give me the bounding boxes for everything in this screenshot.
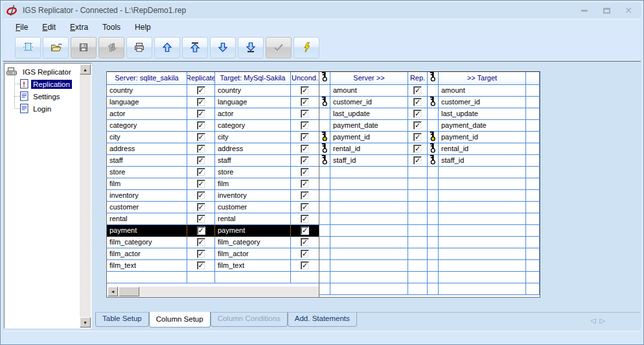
uncond-checkbox[interactable]: ✓: [301, 98, 309, 106]
tree-item-login[interactable]: Login: [12, 102, 78, 115]
empty-cell: [526, 213, 540, 225]
tab-column-setup[interactable]: Column Setup: [149, 312, 211, 327]
column-row-payment-id[interactable]: payment_id✓payment_id: [319, 132, 540, 143]
target-key-cell: [428, 85, 439, 97]
column-row-last-update[interactable]: last_update✓last_update: [319, 108, 540, 120]
uncond-checkbox[interactable]: ✓: [301, 261, 309, 270]
rep-checkbox[interactable]: ✓: [413, 121, 422, 130]
foreign-key-icon: [321, 143, 328, 155]
replicate-checkbox[interactable]: ✓: [197, 133, 205, 141]
uncond-checkbox[interactable]: ✓: [301, 156, 309, 165]
new-document-button[interactable]: [15, 37, 41, 58]
column-header-target-mysql-sakila[interactable]: Target: MySql-Sakila: [215, 72, 291, 85]
scroll-down-button[interactable]: ▼: [80, 317, 91, 327]
tree-item-settings[interactable]: Settings: [12, 90, 78, 102]
maximize-button[interactable]: [601, 5, 612, 16]
uncond-checkbox[interactable]: ✓: [301, 215, 309, 223]
replicate-checkbox[interactable]: ✓: [197, 215, 205, 223]
column-header-uncond-[interactable]: Uncond.: [291, 72, 319, 85]
column-row-staff-id[interactable]: staff_id✓staff_id: [319, 155, 540, 167]
menu-item-edit[interactable]: Edit: [35, 20, 63, 34]
key-column-header[interactable]: [428, 72, 439, 85]
empty-cell: [319, 167, 330, 178]
replicate-checkbox[interactable]: ✓: [197, 110, 205, 118]
empty-cell: [319, 213, 330, 225]
tree-item-replication[interactable]: !Replication: [12, 78, 78, 90]
scrollbar-thumb[interactable]: [119, 287, 139, 296]
uncond-checkbox[interactable]: ✓: [301, 121, 309, 130]
uncond-checkbox[interactable]: ✓: [301, 86, 309, 95]
rep-checkbox[interactable]: ✓: [413, 110, 422, 118]
primary-key-icon: [429, 132, 437, 143]
menu-item-tools[interactable]: Tools: [95, 20, 128, 34]
arrow-down-last-button[interactable]: [238, 37, 264, 58]
replicate-checkbox[interactable]: ✓: [197, 121, 205, 130]
replicate-checkbox[interactable]: ✓: [197, 250, 205, 258]
checkmark-icon: [273, 42, 284, 54]
column-header--target[interactable]: >> Target: [439, 72, 526, 85]
column-header-server-sqlite-sakila[interactable]: Server: sqlite_sakila: [107, 72, 187, 85]
scroll-left-button[interactable]: ◄: [108, 287, 118, 296]
uncond-checkbox[interactable]: ✓: [301, 250, 309, 258]
column-row-rental-id[interactable]: rental_id✓rental_id: [319, 143, 540, 155]
rep-checkbox[interactable]: ✓: [413, 133, 422, 141]
replicate-checkbox[interactable]: ✓: [197, 238, 205, 246]
replicate-checkbox[interactable]: ✓: [197, 180, 205, 188]
target-table-cell: film: [215, 178, 291, 190]
tab-scroll-left-icon[interactable]: ◁: [590, 316, 599, 324]
tree-root-item[interactable]: IGS Replicator: [6, 65, 78, 78]
rep-checkbox[interactable]: ✓: [413, 86, 422, 95]
column-header-rep-[interactable]: Rep.: [408, 72, 428, 85]
replicate-checkbox[interactable]: ✓: [197, 98, 205, 106]
column-header-replicate[interactable]: Replicate: [187, 72, 215, 85]
rep-checkbox[interactable]: ✓: [413, 98, 422, 106]
uncond-checkbox[interactable]: ✓: [301, 238, 309, 246]
rep-checkbox[interactable]: ✓: [413, 145, 422, 153]
uncond-checkbox[interactable]: ✓: [301, 203, 309, 211]
minimize-button[interactable]: [579, 5, 590, 16]
replicate-cell: ✓: [187, 85, 215, 97]
replicate-checkbox[interactable]: ✓: [197, 261, 205, 270]
empty-cell: [408, 178, 428, 190]
menu-item-file[interactable]: File: [8, 20, 35, 34]
server-column-cell: rental_id: [330, 143, 408, 155]
uncond-checkbox[interactable]: ✓: [301, 168, 309, 176]
column-header-server-[interactable]: Server >>: [330, 72, 408, 85]
replicate-checkbox[interactable]: ✓: [197, 86, 205, 95]
column-row-amount[interactable]: amount✓amount: [319, 85, 540, 97]
tab-add-statements[interactable]: Add. Statements: [288, 313, 357, 327]
replicate-checkbox[interactable]: ✓: [197, 226, 205, 235]
uncond-checkbox[interactable]: ✓: [301, 226, 309, 235]
scroll-up-button[interactable]: ▲: [80, 64, 91, 75]
uncond-checkbox[interactable]: ✓: [301, 133, 309, 141]
tab-scroll-right-icon[interactable]: ▷: [600, 316, 609, 324]
menu-item-help[interactable]: Help: [128, 20, 158, 34]
menu-item-extra[interactable]: Extra: [63, 20, 95, 34]
replicate-checkbox[interactable]: ✓: [197, 156, 205, 165]
print-button[interactable]: [126, 37, 152, 58]
open-file-button[interactable]: [43, 37, 69, 58]
uncond-checkbox[interactable]: ✓: [301, 145, 309, 153]
uncond-checkbox[interactable]: ✓: [301, 191, 309, 200]
lightning-button[interactable]: [293, 37, 319, 58]
close-button[interactable]: ✕: [623, 5, 634, 16]
scrollbar-track[interactable]: [80, 75, 91, 317]
replicate-checkbox[interactable]: ✓: [197, 203, 205, 211]
rep-checkbox[interactable]: ✓: [413, 156, 422, 165]
uncond-checkbox[interactable]: ✓: [301, 110, 309, 118]
tree-vertical-scrollbar[interactable]: ▲ ▼: [80, 64, 91, 327]
column-header-blank[interactable]: [526, 72, 540, 85]
replicate-checkbox[interactable]: ✓: [197, 145, 205, 153]
replicate-checkbox[interactable]: ✓: [197, 168, 205, 176]
arrow-up-button[interactable]: [154, 37, 180, 58]
key-column-header[interactable]: [319, 72, 330, 85]
empty-cell: [526, 225, 540, 237]
column-row-customer-id[interactable]: customer_id✓customer_id: [319, 97, 540, 108]
arrow-up-first-button[interactable]: [182, 37, 208, 58]
replicate-checkbox[interactable]: ✓: [197, 191, 205, 200]
uncond-checkbox[interactable]: ✓: [301, 180, 309, 188]
tab-table-setup[interactable]: Table Setup: [95, 313, 149, 327]
arrow-down-button[interactable]: [210, 37, 236, 58]
column-row-payment-date[interactable]: payment_date✓payment_date: [319, 120, 540, 132]
server-key-cell: [319, 132, 330, 143]
